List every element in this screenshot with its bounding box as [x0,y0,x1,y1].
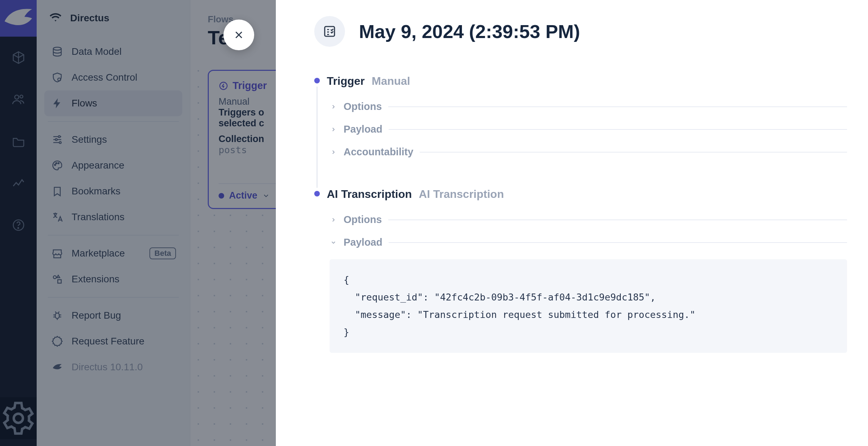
step-type: Manual [372,75,410,88]
drawer-title: May 9, 2024 (2:39:53 PM) [359,21,580,42]
chevron-right-icon [330,126,337,133]
step-sub-options[interactable]: Options [330,208,847,231]
divider [388,106,847,107]
chevron-right-icon [330,103,337,111]
step-dot-icon [314,78,320,83]
timeline-step: Trigger Manual Options Payload [314,75,847,163]
log-drawer: May 9, 2024 (2:39:53 PM) Trigger Manual … [276,0,868,446]
chevron-right-icon [330,216,337,224]
chevron-right-icon [330,148,337,156]
step-name: Trigger [327,75,365,88]
step-sub-options[interactable]: Options [330,95,847,118]
chevron-down-icon [330,239,337,246]
step-sub-payload[interactable]: Payload [330,118,847,141]
timeline-step: AI Transcription AI Transcription Option… [314,188,847,353]
step-sub-accountability[interactable]: Accountability [330,141,847,163]
payload-code: { "request_id": "42fc4c2b-09b3-4f5f-af04… [330,259,847,353]
divider [389,129,847,130]
step-sub-payload[interactable]: Payload [330,231,847,254]
divider [389,242,847,243]
divider [420,152,847,153]
checklist-icon [314,16,345,47]
step-type: AI Transcription [419,188,504,201]
step-name: AI Transcription [327,188,412,201]
divider [388,220,847,220]
timeline: Trigger Manual Options Payload [314,75,847,353]
close-button[interactable] [223,20,254,50]
step-dot-icon [314,191,320,196]
